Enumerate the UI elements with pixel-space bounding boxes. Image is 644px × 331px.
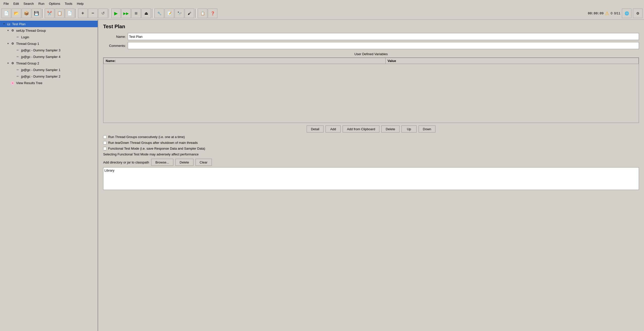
sampler-button[interactable]: 🔧 <box>154 9 164 18</box>
udv-title: User Defined Variables <box>103 52 639 56</box>
timer-display: 00:00:09 <box>588 11 604 15</box>
save-button[interactable]: 💾 <box>32 9 41 18</box>
thread-count: 0/11 <box>614 11 620 15</box>
add-button[interactable]: + <box>78 9 88 18</box>
options2-button[interactable]: ⚙ <box>633 9 642 18</box>
label-d3: jp@gc - Dummy Sampler 3 <box>21 48 60 52</box>
icon-d3: ✏ <box>15 48 20 53</box>
down-button[interactable]: Down <box>419 125 435 133</box>
var-table: Name: Value <box>103 58 639 64</box>
binoculars-button[interactable]: 🔭 <box>175 9 184 18</box>
toolbar-sep-2 <box>75 9 77 18</box>
tree-panel: ▼ 🗂 Test Plan ▼ ⚙ setUp Thread Group ✏ L… <box>0 20 98 331</box>
shutdown-button[interactable]: ⏏ <box>141 9 151 18</box>
label-setup: setUp Thread Group <box>16 29 46 32</box>
menu-run[interactable]: Run <box>36 1 47 6</box>
library-box[interactable]: Library <box>103 167 639 190</box>
toggle-vrt <box>6 81 10 85</box>
help-button[interactable]: ❓ <box>208 9 217 18</box>
classpath-label: Add directory or jar to classpath <box>103 160 149 164</box>
cut-button[interactable]: ✂️ <box>45 9 54 18</box>
paste-button[interactable]: 📄 <box>65 9 74 18</box>
toggle-d2 <box>11 74 15 78</box>
brush-button[interactable]: 🖌 <box>185 9 194 18</box>
toggle-d1 <box>11 68 15 72</box>
library-label: Library <box>104 169 114 172</box>
toggle-tg2[interactable]: ▼ <box>6 61 10 65</box>
icon-test-plan: 🗂 <box>6 21 11 26</box>
tree-node-setup-thread-group[interactable]: ▼ ⚙ setUp Thread Group <box>0 27 98 34</box>
label-d4: jp@gc - Dummy Sampler 4 <box>21 55 60 59</box>
menubar: File Edit Search Run Options Tools Help <box>0 0 644 7</box>
clear-button[interactable]: Clear <box>195 159 212 166</box>
menu-tools[interactable]: Tools <box>63 1 74 6</box>
run-consecutive-checkbox[interactable] <box>103 135 107 139</box>
log-button[interactable]: 📝 <box>165 9 174 18</box>
reset-button[interactable]: ↺ <box>98 9 108 18</box>
toggle-test-plan[interactable]: ▼ <box>2 22 6 26</box>
tree-node-dummy-2[interactable]: ✏ jp@gc - Dummy Sampler 2 <box>0 73 98 80</box>
run-teardown-row: Run tearDown Thread Groups after shutdow… <box>103 141 639 145</box>
toolbar-sep-5 <box>195 9 197 18</box>
toggle-d4 <box>11 55 15 59</box>
open-button[interactable]: 📂 <box>12 9 21 18</box>
run-teardown-checkbox[interactable] <box>103 141 107 145</box>
tree-node-test-plan[interactable]: ▼ 🗂 Test Plan <box>0 21 98 27</box>
functional-mode-checkbox[interactable] <box>103 147 107 150</box>
revert-button[interactable]: 📦 <box>22 9 31 18</box>
tree-node-dummy-4[interactable]: ✏ jp@gc - Dummy Sampler 4 <box>0 53 98 60</box>
copy-button[interactable]: 📋 <box>55 9 64 18</box>
browse-button[interactable]: Browse... <box>151 159 173 166</box>
menu-edit[interactable]: Edit <box>11 1 21 6</box>
detail-button[interactable]: Detail <box>307 125 324 133</box>
add-from-clipboard-button[interactable]: Add from Clipboard <box>343 125 379 133</box>
toggle-tg1[interactable]: ▼ <box>6 42 10 46</box>
functional-mode-row: Functional Test Mode (i.e. save Response… <box>103 147 639 150</box>
remove-button[interactable]: − <box>88 9 98 18</box>
run-teardown-label: Run tearDown Thread Groups after shutdow… <box>108 141 198 145</box>
functional-mode-label: Functional Test Mode (i.e. save Response… <box>108 147 205 150</box>
add-var-button[interactable]: Add <box>326 125 341 133</box>
icon-setup: ⚙ <box>10 28 15 33</box>
classpath-row: Add directory or jar to classpath Browse… <box>103 159 639 166</box>
name-row: Name: <box>103 33 639 40</box>
start-no-pause-button[interactable]: ▶▶ <box>121 9 131 18</box>
list-button[interactable]: 📋 <box>198 9 207 18</box>
name-input[interactable] <box>128 33 639 40</box>
up-button[interactable]: Up <box>401 125 417 133</box>
col-value-header: Value <box>385 58 638 64</box>
classpath-delete-button[interactable]: Delete <box>175 159 193 166</box>
icon-tg2: ⚙ <box>10 61 15 66</box>
icon-d1: ✏ <box>15 67 20 72</box>
toolbar-sep-3 <box>109 9 110 18</box>
main-area: ▼ 🗂 Test Plan ▼ ⚙ setUp Thread Group ✏ L… <box>0 20 644 331</box>
toggle-login <box>11 35 15 39</box>
toolbar-right: 00:00:09 ⚠ 0 0/11 🌐 ⚙ <box>588 9 642 18</box>
tree-node-view-results[interactable]: 🌸 View Results Tree <box>0 80 98 86</box>
table-buttons: Detail Add Add from Clipboard Delete Up … <box>103 125 639 133</box>
stop-button[interactable]: ⏹ <box>131 9 141 18</box>
menu-search[interactable]: Search <box>21 1 36 6</box>
tree-node-thread-group-1[interactable]: ▼ ⚙ Thread Group 1 <box>0 40 98 47</box>
icon-d4: ✏ <box>15 54 20 59</box>
menu-help[interactable]: Help <box>75 1 86 6</box>
start-button[interactable]: ▶ <box>111 9 121 18</box>
delete-var-button[interactable]: Delete <box>381 125 399 133</box>
toggle-d3 <box>11 48 15 52</box>
comments-input[interactable] <box>128 42 639 49</box>
page-title: Test Plan <box>103 24 639 29</box>
remote-button[interactable]: 🌐 <box>622 9 631 18</box>
menu-options[interactable]: Options <box>47 1 62 6</box>
tree-node-login[interactable]: ✏ Login <box>0 34 98 40</box>
warning-count: 0 <box>611 11 612 15</box>
label-tg2: Thread Group 2 <box>16 61 39 65</box>
comments-row: Comments: <box>103 42 639 49</box>
toggle-setup[interactable]: ▼ <box>6 28 10 32</box>
toolbar-sep-1 <box>42 9 44 18</box>
tree-node-dummy-1[interactable]: ✏ jp@gc - Dummy Sampler 1 <box>0 67 98 73</box>
new-button[interactable]: 📄 <box>2 9 11 18</box>
tree-node-thread-group-2[interactable]: ▼ ⚙ Thread Group 2 <box>0 60 98 67</box>
tree-node-dummy-3[interactable]: ✏ jp@gc - Dummy Sampler 3 <box>0 47 98 53</box>
menu-file[interactable]: File <box>2 1 11 6</box>
functional-note: Selecting Functional Test Mode may adver… <box>103 152 639 156</box>
